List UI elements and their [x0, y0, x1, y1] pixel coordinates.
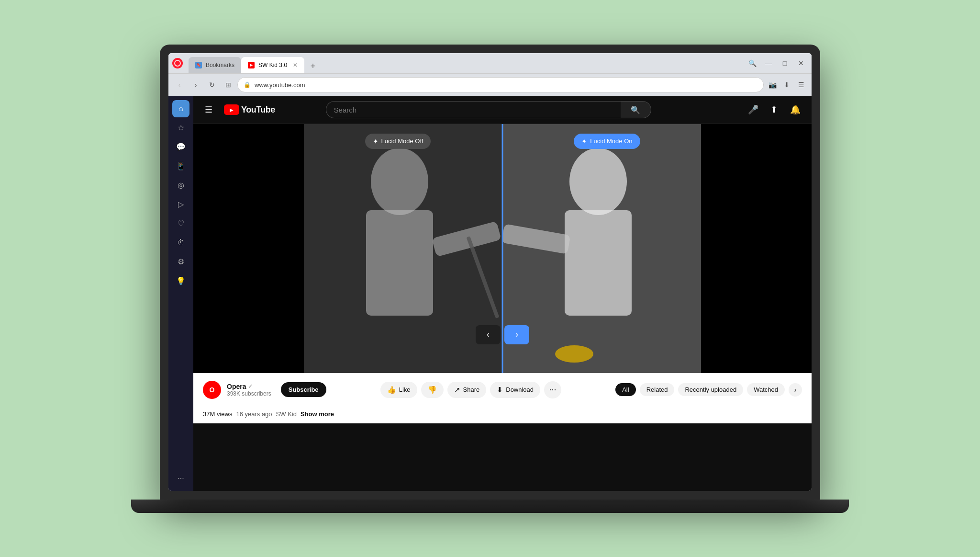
back-button[interactable]: ‹	[172, 78, 187, 92]
opera-sidebar: ⌂ ☆ 💬 📱 ◎ ▷ ♡ ⏱ ⚙ 💡 ···	[168, 96, 193, 491]
lucid-off-label: Lucid Mode Off	[381, 137, 423, 145]
address-text: www.youtube.com	[255, 81, 757, 89]
titlebar-icons: 🔍 — □ ✕	[746, 57, 808, 70]
svg-point-12	[555, 345, 593, 363]
sidebar-item-idea[interactable]: 💡	[172, 273, 189, 290]
pill-related[interactable]: Related	[640, 383, 675, 396]
channel-name: Opera ✓	[227, 383, 271, 390]
tab-youtube-label: SW Kid 3.0	[258, 62, 287, 68]
notifications-bell-icon[interactable]: 🔔	[787, 101, 804, 118]
lucid-mode-split: ✦ Lucid Mode Off ✦ Lucid Mode On	[304, 124, 701, 373]
tab-bookmarks[interactable]: 🔖 Bookmarks	[189, 57, 241, 73]
maximize-button[interactable]: □	[778, 57, 791, 70]
person-svg-right	[502, 124, 701, 373]
youtube-logo[interactable]: ▶ YouTube	[224, 104, 275, 115]
subscriber-count: 398K subscribers	[227, 390, 271, 397]
search-button[interactable]: 🔍	[621, 101, 651, 118]
navbar-right-icons: 📷 ⬇ ☰	[766, 78, 808, 91]
like-icon: 👍	[387, 386, 396, 394]
pill-all[interactable]: All	[615, 383, 635, 396]
svg-point-8	[569, 148, 627, 215]
view-count: 37M views	[203, 410, 232, 418]
person-svg-left	[304, 124, 502, 373]
video-stats: 37M views 16 years ago SW Kid Show more	[193, 407, 812, 423]
youtube-search-bar: 🔍	[326, 101, 651, 118]
next-arrow[interactable]: ›	[504, 325, 529, 344]
youtube-logo-icon: ▶	[224, 104, 239, 115]
laptop-base	[131, 500, 849, 513]
sidebar-item-whatsapp[interactable]: 📱	[172, 158, 189, 175]
search-input[interactable]	[326, 101, 621, 118]
download-icon[interactable]: ⬇	[780, 78, 793, 91]
youtube-main: ☰ ▶ YouTube 🔍 🎤 ⬆ 🔔	[193, 96, 812, 491]
dislike-button[interactable]: 👎	[421, 382, 444, 398]
youtube-menu-icon[interactable]: ☰	[201, 101, 216, 119]
pill-watched[interactable]: Watched	[747, 383, 785, 396]
verified-badge: ✓	[248, 383, 253, 390]
camera-icon[interactable]: 📷	[766, 78, 779, 91]
address-bar[interactable]: 🔒 www.youtube.com	[237, 77, 764, 92]
sidebar-item-home[interactable]: ⌂	[172, 100, 189, 117]
download-icon: ⬇	[497, 386, 503, 394]
refresh-button[interactable]: ↻	[205, 78, 219, 92]
sidebar-item-heart[interactable]: ♡	[172, 215, 189, 232]
video-actions: 👍 Like 👎 ↗ Share	[380, 381, 561, 398]
lucid-on-label: Lucid Mode On	[590, 137, 632, 145]
browser-navbar: ‹ › ↻ ⊞ 🔒 www.youtube.com 📷 ⬇ ☰	[168, 73, 812, 96]
pill-recently-uploaded[interactable]: Recently uploaded	[678, 383, 743, 396]
pill-nav-icon[interactable]: ›	[789, 383, 802, 397]
youtube-header: ☰ ▶ YouTube 🔍 🎤 ⬆ 🔔	[193, 96, 812, 124]
lucid-on-side	[502, 124, 701, 373]
mic-icon[interactable]: 🎤	[745, 101, 762, 118]
channel-avatar: O	[203, 381, 221, 399]
video-nav-arrows: ‹ ›	[476, 325, 529, 344]
lucid-on-icon: ✦	[581, 137, 587, 145]
browser-menu-icon[interactable]: ☰	[794, 78, 808, 91]
video-info: O Opera ✓ 398K subscribers	[193, 373, 812, 407]
show-more-button[interactable]: Show more	[301, 410, 334, 418]
minimize-button[interactable]: —	[762, 57, 775, 70]
lucid-mode-off-badge[interactable]: ✦ Lucid Mode Off	[365, 134, 431, 149]
laptop-shell: 🔖 Bookmarks SW Kid 3.0 ✕ + 🔍 —	[160, 45, 820, 500]
tab-close-icon[interactable]: ✕	[293, 62, 298, 68]
like-button[interactable]: 👍 Like	[380, 382, 417, 398]
share-icon: ↗	[454, 386, 460, 394]
sidebar-item-settings[interactable]: ⚙	[172, 253, 189, 271]
new-tab-button[interactable]: +	[306, 60, 320, 73]
lock-icon: 🔒	[244, 81, 251, 88]
tab-bookmarks-favicon: 🔖	[195, 62, 202, 68]
video-player[interactable]: ✦ Lucid Mode Off ✦ Lucid Mode On	[304, 124, 701, 373]
laptop-screen: 🔖 Bookmarks SW Kid 3.0 ✕ + 🔍 —	[168, 53, 812, 491]
forward-button[interactable]: ›	[189, 78, 203, 92]
more-actions-button[interactable]: ···	[544, 381, 561, 398]
svg-rect-3	[366, 210, 433, 316]
sidebar-item-more[interactable]: ···	[172, 470, 189, 487]
share-button[interactable]: ↗ Share	[447, 382, 487, 398]
download-button[interactable]: ⬇ Download	[490, 382, 540, 398]
search-icon-titlebar[interactable]: 🔍	[746, 57, 759, 70]
sidebar-item-history[interactable]: ⏱	[172, 234, 189, 251]
upload-icon[interactable]: ⬆	[766, 101, 783, 118]
svg-point-2	[371, 148, 428, 215]
tabs-row: 🔖 Bookmarks SW Kid 3.0 ✕ +	[189, 53, 743, 73]
youtube-logo-text: YouTube	[241, 105, 275, 115]
dislike-icon: 👎	[428, 386, 437, 394]
tab-youtube[interactable]: SW Kid 3.0 ✕	[241, 57, 304, 73]
sidebar-item-star[interactable]: ☆	[172, 119, 189, 136]
sidebar-item-messenger[interactable]: 💬	[172, 138, 189, 156]
prev-arrow[interactable]: ‹	[476, 325, 501, 344]
sidebar-item-radar[interactable]: ◎	[172, 177, 189, 194]
svg-rect-9	[565, 210, 632, 316]
lucid-off-icon: ✦	[373, 137, 379, 145]
tab-youtube-favicon	[248, 62, 255, 68]
sidebar-item-send[interactable]: ▷	[172, 196, 189, 213]
subscribe-button[interactable]: Subscribe	[281, 382, 326, 397]
lucid-off-side	[304, 124, 502, 373]
channel-tag: SW Kid	[276, 410, 297, 418]
browser-titlebar: 🔖 Bookmarks SW Kid 3.0 ✕ + 🔍 —	[168, 53, 812, 73]
lucid-mode-on-badge[interactable]: ✦ Lucid Mode On	[574, 134, 640, 149]
extensions-button[interactable]: ⊞	[221, 78, 235, 92]
time-ago: 16 years ago	[236, 410, 272, 418]
close-button[interactable]: ✕	[794, 57, 808, 70]
youtube-header-right: 🎤 ⬆ 🔔	[745, 101, 804, 118]
